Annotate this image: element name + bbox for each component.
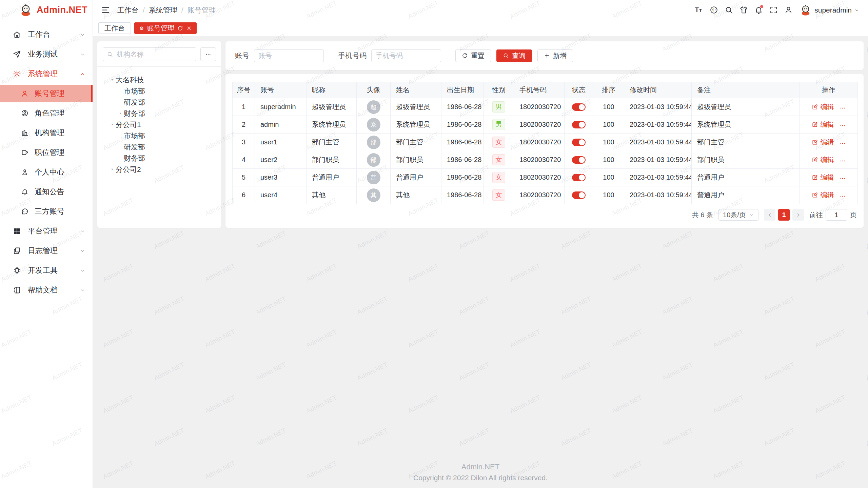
edit-icon: [812, 174, 818, 181]
edit-button[interactable]: 编辑: [812, 138, 834, 147]
tree-node-分公司1[interactable]: 分公司1: [103, 119, 216, 130]
caret-down-icon[interactable]: [109, 78, 116, 82]
cell-remark: 普通用户: [692, 169, 800, 186]
org-more-button[interactable]: [200, 47, 216, 61]
column-header-账号: 账号: [255, 82, 307, 98]
divider: [97, 66, 221, 67]
status-toggle[interactable]: [572, 191, 586, 199]
sidebar-item-职位管理[interactable]: 职位管理: [0, 144, 93, 161]
status-toggle[interactable]: [572, 121, 586, 128]
sidebar-item-label: 平台管理: [28, 226, 58, 236]
status-toggle[interactable]: [572, 156, 586, 164]
status-toggle[interactable]: [572, 139, 586, 146]
bell-icon[interactable]: [751, 3, 766, 17]
prev-page-button[interactable]: [764, 209, 775, 221]
text-size-icon[interactable]: TT: [692, 3, 706, 17]
status-toggle[interactable]: [572, 103, 586, 111]
user-menu[interactable]: superadmin: [800, 4, 859, 16]
page-size-select[interactable]: 10条/页: [718, 209, 758, 221]
tab-refresh-icon[interactable]: [177, 25, 183, 31]
user-avatar: [800, 4, 812, 16]
reset-button[interactable]: 重置: [455, 49, 491, 62]
edit-label: 编辑: [821, 190, 834, 200]
cell-name: 部门主管: [391, 134, 441, 151]
tree-node-研发部[interactable]: 研发部: [103, 141, 216, 152]
fullscreen-icon[interactable]: [766, 3, 781, 17]
sidebar-item-账号管理[interactable]: 账号管理: [0, 85, 93, 102]
cell-name: 普通用户: [391, 169, 441, 186]
caret-right-icon[interactable]: [109, 167, 116, 171]
breadcrumb-item[interactable]: 工作台: [117, 5, 139, 15]
search-icon[interactable]: [722, 3, 736, 17]
column-header-性别: 性别: [484, 82, 514, 98]
app-logo[interactable]: Admin.NET: [0, 0, 93, 20]
cell-status: [565, 98, 593, 116]
row-more-button[interactable]: [840, 158, 846, 164]
table-row: 4user2部门职员部部门职员1986-06-28女18020030720100…: [233, 151, 858, 169]
cell-avatar: 部: [357, 134, 391, 151]
breadcrumb: 工作台/系统管理/账号管理: [117, 5, 216, 15]
phone-input[interactable]: [371, 49, 441, 62]
edit-button[interactable]: 编辑: [812, 102, 834, 111]
sidebar-item-通知公告[interactable]: 通知公告: [0, 183, 93, 201]
row-more-button[interactable]: [840, 105, 846, 111]
cell-modified: 2023-01-03 10:59:44: [624, 134, 692, 151]
edit-button[interactable]: 编辑: [812, 190, 834, 200]
collapse-menu-icon[interactable]: [98, 3, 113, 17]
user-icon[interactable]: [781, 3, 795, 17]
edit-button[interactable]: 编辑: [812, 120, 834, 129]
sidebar-item-业务测试[interactable]: 业务测试: [0, 45, 93, 63]
next-page-button[interactable]: [792, 209, 804, 221]
goto-page-input[interactable]: [826, 209, 847, 221]
edit-button[interactable]: 编辑: [812, 173, 834, 182]
tree-node-研发部[interactable]: 研发部: [103, 97, 216, 108]
cell-birth: 1986-06-28: [441, 134, 484, 151]
tree-node-财务部[interactable]: 财务部: [103, 152, 216, 164]
current-page-button[interactable]: 1: [778, 209, 790, 221]
sidebar-item-三方账号[interactable]: 三方账号: [0, 203, 93, 220]
language-icon[interactable]: 中: [707, 3, 721, 17]
row-more-button[interactable]: [840, 176, 846, 182]
sidebar-item-label: 帮助文档: [28, 285, 58, 295]
tab-close-icon[interactable]: [186, 25, 192, 31]
edit-button[interactable]: 编辑: [812, 155, 834, 164]
sidebar-item-机构管理[interactable]: 机构管理: [0, 124, 93, 142]
org-search-input[interactable]: [103, 47, 196, 61]
cell-status: [565, 134, 593, 151]
sidebar-item-个人中心[interactable]: 个人中心: [0, 163, 93, 181]
row-more-button[interactable]: [840, 140, 846, 146]
sidebar-item-系统管理[interactable]: 系统管理: [0, 65, 93, 83]
breadcrumb-item[interactable]: 系统管理: [149, 5, 177, 15]
account-input[interactable]: [254, 49, 324, 62]
avatar: 系: [367, 118, 380, 131]
shirt-icon[interactable]: [736, 3, 751, 17]
tree-node-大名科技[interactable]: 大名科技: [103, 74, 216, 85]
row-more-button[interactable]: [840, 123, 846, 129]
book-icon: [13, 286, 21, 294]
tab-工作台[interactable]: 工作台: [98, 22, 131, 34]
query-button[interactable]: 查询: [496, 49, 532, 62]
column-header-头像: 头像: [357, 82, 391, 98]
tree-node-财务部[interactable]: 财务部: [103, 108, 216, 119]
sidebar-item-帮助文档[interactable]: 帮助文档: [0, 281, 93, 299]
add-button[interactable]: 新增: [537, 49, 573, 62]
chevron-down-icon: [854, 8, 859, 13]
tab-账号管理[interactable]: 账号管理: [134, 22, 197, 34]
cell-ops: 编辑: [800, 151, 858, 169]
tree-node-分公司2[interactable]: 分公司2: [103, 164, 216, 175]
sidebar-item-工作台[interactable]: 工作台: [0, 26, 93, 43]
cell-status: [565, 151, 593, 169]
status-toggle[interactable]: [572, 174, 586, 181]
gender-badge: 男: [492, 119, 505, 130]
sidebar-item-开发工具[interactable]: 开发工具: [0, 262, 93, 279]
caret-down-icon[interactable]: [109, 122, 116, 127]
sidebar-item-日志管理[interactable]: 日志管理: [0, 242, 93, 260]
tree-node-市场部[interactable]: 市场部: [103, 85, 216, 97]
column-header-出生日期: 出生日期: [441, 82, 484, 98]
tree-node-市场部[interactable]: 市场部: [103, 130, 216, 141]
caret-right-icon[interactable]: [117, 111, 124, 116]
chevron-down-icon: [80, 229, 85, 234]
sidebar-item-平台管理[interactable]: 平台管理: [0, 222, 93, 240]
sidebar-item-角色管理[interactable]: 角色管理: [0, 104, 93, 122]
row-more-button[interactable]: [840, 193, 846, 199]
